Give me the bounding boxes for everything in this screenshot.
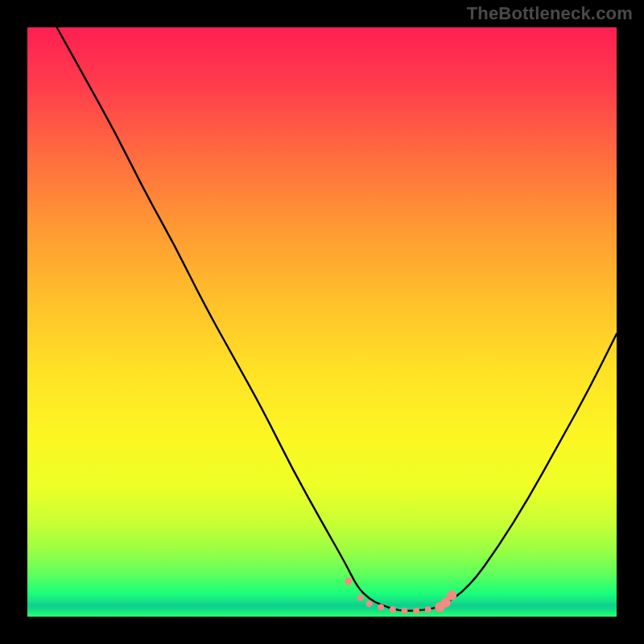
valley-marker-dot (378, 604, 384, 610)
valley-marker-dot (366, 601, 373, 607)
watermark-text: TheBottleneck.com (467, 3, 633, 24)
valley-marker-dot (357, 595, 364, 601)
valley-marker-dot (401, 608, 407, 614)
valley-marker-dot (345, 577, 352, 584)
bottleneck-curve-path (57, 27, 617, 611)
valley-marker-dot (447, 590, 456, 600)
valley-marker-dot (390, 606, 396, 613)
valley-marker-dot (413, 608, 419, 614)
valley-marker-group (345, 577, 456, 613)
bottleneck-curve-svg (27, 27, 617, 617)
chart-stage: TheBottleneck.com (0, 0, 644, 644)
valley-marker-dot (425, 606, 431, 613)
